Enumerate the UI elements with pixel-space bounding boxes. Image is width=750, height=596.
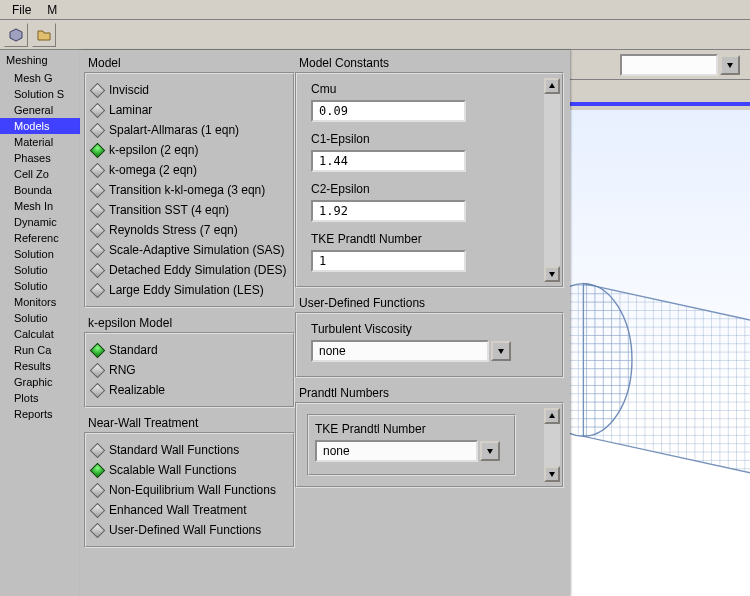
svg-marker-0 <box>10 29 22 41</box>
near-wall-option[interactable]: Non-Equilibrium Wall Functions <box>90 480 289 500</box>
tree-item[interactable]: Cell Zo <box>0 166 80 182</box>
tree-item[interactable]: Plots <box>0 390 80 406</box>
scroll-down-icon[interactable] <box>544 266 560 282</box>
tool-open-icon[interactable] <box>32 23 56 47</box>
model-option-label: Reynolds Stress (7 eqn) <box>109 223 238 237</box>
radio-diamond-icon <box>90 462 106 478</box>
model-group-label: Model <box>84 54 295 72</box>
radio-diamond-icon <box>90 162 106 178</box>
tree-item[interactable]: Solution <box>0 246 80 262</box>
scroll-track[interactable] <box>544 94 560 266</box>
near-wall-option-label: Enhanced Wall Treatment <box>109 503 247 517</box>
model-option[interactable]: Large Eddy Simulation (LES) <box>90 280 289 300</box>
ke-model-option-label: RNG <box>109 363 136 377</box>
model-option-label: Scale-Adaptive Simulation (SAS) <box>109 243 284 257</box>
prandtl-group-label: Prandtl Numbers <box>295 384 564 402</box>
dropdown-arrow-icon[interactable] <box>480 441 500 461</box>
constants-scrollbar[interactable] <box>544 78 560 282</box>
c1e-input[interactable] <box>311 150 466 172</box>
turb-visc-dropdown[interactable]: none <box>311 340 511 362</box>
near-wall-option[interactable]: User-Defined Wall Functions <box>90 520 289 540</box>
c2e-label: C2-Epsilon <box>301 180 540 198</box>
cmu-input[interactable] <box>311 100 466 122</box>
constants-group: Cmu C1-Epsilon C2-Epsilon TKE Prandtl Nu… <box>295 72 564 288</box>
radio-diamond-icon <box>90 142 106 158</box>
tree-item[interactable]: Phases <box>0 150 80 166</box>
model-option[interactable]: Transition SST (4 eqn) <box>90 200 289 220</box>
ke-model-option[interactable]: RNG <box>90 360 289 380</box>
tree-item[interactable]: Graphic <box>0 374 80 390</box>
model-option-label: k-omega (2 eqn) <box>109 163 197 177</box>
model-option[interactable]: Transition k-kl-omega (3 eqn) <box>90 180 289 200</box>
ke-model-option[interactable]: Standard <box>90 340 289 360</box>
svg-marker-1 <box>549 83 555 88</box>
tke-input[interactable] <box>311 250 466 272</box>
radio-diamond-icon <box>90 282 106 298</box>
tree-item[interactable]: Reports <box>0 406 80 422</box>
model-option[interactable]: Detached Eddy Simulation (DES) <box>90 260 289 280</box>
tke-label: TKE Prandtl Number <box>301 230 540 248</box>
radio-diamond-icon <box>90 222 106 238</box>
model-option-label: Laminar <box>109 103 152 117</box>
dropdown-arrow-icon[interactable] <box>720 55 740 75</box>
tree-item[interactable]: Solution S <box>0 86 80 102</box>
scroll-up-icon[interactable] <box>544 408 560 424</box>
tke-prandtl-inner: TKE Prandtl Number none <box>307 414 516 476</box>
tree-item[interactable]: Dynamic <box>0 214 80 230</box>
model-option[interactable]: Scale-Adaptive Simulation (SAS) <box>90 240 289 260</box>
tree-item[interactable]: Run Ca <box>0 342 80 358</box>
tree-header: Meshing <box>0 50 80 70</box>
model-option[interactable]: k-omega (2 eqn) <box>90 160 289 180</box>
tree-item[interactable]: General <box>0 102 80 118</box>
graphics-viewport[interactable] <box>570 50 750 596</box>
turb-visc-label: Turbulent Viscosity <box>301 320 558 338</box>
menu-file[interactable]: File <box>4 2 39 17</box>
ke-model-option[interactable]: Realizable <box>90 380 289 400</box>
scroll-down-icon[interactable] <box>544 466 560 482</box>
tree-item[interactable]: Mesh G <box>0 70 80 86</box>
tree-item[interactable]: Material <box>0 134 80 150</box>
menu-m[interactable]: M <box>39 2 65 17</box>
radio-diamond-icon <box>90 522 106 538</box>
model-option[interactable]: Reynolds Stress (7 eqn) <box>90 220 289 240</box>
tree-item[interactable]: Solutio <box>0 278 80 294</box>
radio-diamond-icon <box>90 182 106 198</box>
near-wall-option-label: Non-Equilibrium Wall Functions <box>109 483 276 497</box>
radio-diamond-icon <box>90 242 106 258</box>
model-option[interactable]: Laminar <box>90 100 289 120</box>
tool-cube-icon[interactable] <box>4 23 28 47</box>
tree-item[interactable]: Solutio <box>0 262 80 278</box>
radio-diamond-icon <box>90 342 106 358</box>
model-option[interactable]: Inviscid <box>90 80 289 100</box>
tree-item[interactable]: Solutio <box>0 310 80 326</box>
ke-model-option-label: Standard <box>109 343 158 357</box>
near-wall-option[interactable]: Standard Wall Functions <box>90 440 289 460</box>
tree-item[interactable]: Referenc <box>0 230 80 246</box>
tree-item[interactable]: Bounda <box>0 182 80 198</box>
tree-item[interactable]: Monitors <box>0 294 80 310</box>
prandtl-scrollbar[interactable] <box>544 408 560 482</box>
viewport-dropdown-value <box>620 54 718 76</box>
model-option-label: k-epsilon (2 eqn) <box>109 143 198 157</box>
near-wall-option[interactable]: Scalable Wall Functions <box>90 460 289 480</box>
viewport-dropdown[interactable] <box>620 54 740 76</box>
svg-marker-5 <box>549 413 555 418</box>
c2e-input[interactable] <box>311 200 466 222</box>
tree-item[interactable]: Results <box>0 358 80 374</box>
mesh-canvas[interactable] <box>570 110 750 596</box>
tke-prandtl-dropdown[interactable]: none <box>315 440 500 462</box>
svg-marker-3 <box>498 349 504 354</box>
dropdown-arrow-icon[interactable] <box>491 341 511 361</box>
near-wall-group-label: Near-Wall Treatment <box>84 414 295 432</box>
near-wall-option[interactable]: Enhanced Wall Treatment <box>90 500 289 520</box>
ke-model-option-label: Realizable <box>109 383 165 397</box>
model-option[interactable]: k-epsilon (2 eqn) <box>90 140 289 160</box>
scroll-track[interactable] <box>544 424 560 466</box>
scroll-up-icon[interactable] <box>544 78 560 94</box>
tree-panel: Meshing Mesh GSolution SGeneralModelsMat… <box>0 50 80 596</box>
tree-item[interactable]: Calculat <box>0 326 80 342</box>
tree-item[interactable]: Mesh In <box>0 198 80 214</box>
cmu-label: Cmu <box>301 80 540 98</box>
tree-item[interactable]: Models <box>0 118 80 134</box>
model-option[interactable]: Spalart-Allmaras (1 eqn) <box>90 120 289 140</box>
